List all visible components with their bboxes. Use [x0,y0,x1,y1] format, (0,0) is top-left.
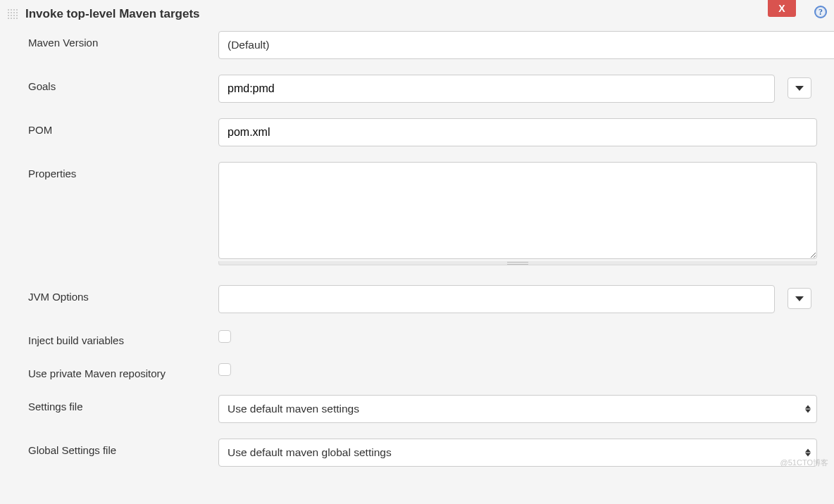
help-icon[interactable]: ? [814,6,827,18]
watermark: @51CTO博客 [780,458,828,468]
svg-point-5 [11,12,12,13]
select-caret-icon [805,405,811,413]
svg-point-0 [8,9,9,11]
pom-label: POM [28,118,211,136]
svg-point-1 [11,9,12,11]
chevron-down-icon [795,86,804,91]
private-repo-label: Use private Maven repository [28,362,211,379]
global-settings-file-select[interactable]: Use default maven global settings [218,439,817,467]
global-settings-file-label: Global Settings file [28,439,211,456]
delete-step-button[interactable]: X [768,0,796,17]
chevron-down-icon [795,296,804,301]
form-grid: Maven Version (Default) Goals POM ? Prop… [6,31,828,467]
goals-label: Goals [28,75,211,92]
svg-point-12 [8,18,9,19]
select-caret-icon [805,449,811,457]
jvm-expand-button[interactable] [788,288,811,309]
properties-label: Properties [28,162,211,179]
inject-vars-checkbox[interactable] [218,330,231,343]
maven-version-label: Maven Version [28,31,211,49]
settings-file-label: Settings file [28,395,211,412]
svg-point-9 [11,15,12,16]
svg-point-3 [16,9,18,11]
svg-point-14 [13,18,15,19]
section-title: Invoke top-level Maven targets [25,7,200,21]
svg-point-13 [11,18,12,19]
settings-file-select[interactable]: Use default maven settings [218,395,817,423]
svg-point-4 [8,12,9,13]
svg-point-6 [13,12,15,13]
maven-version-select[interactable]: (Default) [218,31,834,59]
svg-point-15 [16,18,18,19]
svg-point-11 [16,15,18,16]
pom-input[interactable] [218,118,817,146]
svg-point-2 [13,9,15,11]
goals-input[interactable] [218,75,775,103]
private-repo-checkbox[interactable] [218,363,231,376]
section-header: Invoke top-level Maven targets [6,4,828,31]
maven-build-step: Invoke top-level Maven targets X ? Maven… [0,0,834,471]
goals-expand-button[interactable] [788,77,811,99]
svg-point-10 [13,15,15,16]
properties-textarea[interactable] [218,162,817,259]
inject-vars-label: Inject build variables [28,329,211,346]
jvm-options-input[interactable] [218,285,775,313]
settings-file-value: Use default maven settings [228,403,359,415]
maven-version-value: (Default) [228,39,269,51]
jvm-options-label: JVM Options [28,285,211,303]
svg-point-7 [16,12,18,13]
global-settings-file-value: Use default maven global settings [228,446,392,459]
drag-handle-icon[interactable] [6,8,20,20]
textarea-resize-grip-icon[interactable] [218,261,817,265]
svg-point-8 [8,15,9,16]
